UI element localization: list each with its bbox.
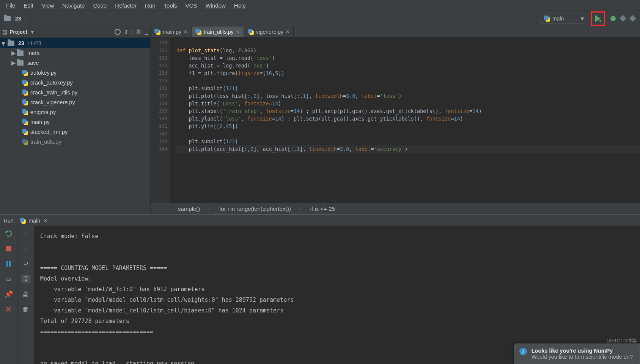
menu-tools[interactable]: Tools — [161, 2, 180, 9]
profile-icon[interactable] — [629, 15, 636, 22]
menu-navigate[interactable]: Navigate — [59, 2, 88, 9]
python-icon — [20, 218, 26, 224]
editor-area: main.py ✕ train_utils.py ✕ vigenere.py ✕… — [151, 26, 640, 214]
tab-vigenere[interactable]: vigenere.py ✕ — [244, 27, 294, 37]
python-icon — [154, 29, 160, 35]
menu-run[interactable]: Run — [142, 2, 159, 9]
rerun-button[interactable] — [5, 229, 13, 238]
python-icon — [22, 109, 28, 115]
run-button-highlight — [591, 11, 605, 26]
expand-icon[interactable]: ⇵ — [124, 29, 128, 35]
clear-button[interactable]: 🗑 — [22, 305, 30, 314]
python-icon — [22, 119, 28, 125]
python-icon — [22, 129, 28, 135]
python-icon — [22, 70, 28, 76]
python-icon — [195, 29, 201, 35]
structure-breadcrumb[interactable]: sample()〉 for i in range(len(ciphertext)… — [151, 203, 640, 214]
menu-window[interactable]: Window — [202, 2, 228, 9]
tree-file[interactable]: crack_train_utils.py — [0, 88, 150, 97]
close-run-button[interactable]: ✕ — [5, 305, 13, 314]
folder-icon — [4, 16, 11, 21]
layout-button[interactable]: ▭ — [5, 275, 13, 283]
tree-file[interactable]: train_utils.py — [0, 137, 150, 147]
play-icon[interactable] — [595, 15, 601, 22]
tree-file[interactable]: stacked_rnn.py — [0, 127, 150, 137]
breadcrumb-root[interactable]: 23 — [15, 16, 21, 22]
notification-popup[interactable]: i Looks like you're using NumPy Would yo… — [514, 344, 640, 364]
project-tool-window: ▤ Project ▼ ⇵ | ⎯ ▶ 23 H:\23 ▶ meta — [0, 26, 151, 214]
menu-help[interactable]: Help — [231, 2, 249, 9]
hide-icon[interactable]: ⎯ — [145, 29, 148, 35]
tree-file[interactable]: crack_vigenere.py — [0, 97, 150, 107]
run-with-coverage-icon[interactable] — [620, 15, 626, 22]
menu-vcs[interactable]: VCS — [182, 2, 200, 9]
tree-root[interactable]: ▶ 23 H:\23 — [0, 38, 150, 48]
navigation-bar: 23 〉 main ▼ — [0, 11, 640, 26]
print-button[interactable]: 🖶 — [22, 290, 30, 298]
run-config-name: main — [552, 16, 564, 22]
editor-tabs: main.py ✕ train_utils.py ✕ vigenere.py ✕ — [151, 26, 640, 38]
tab-main[interactable]: main.py ✕ — [151, 27, 192, 37]
pause-button[interactable] — [5, 260, 13, 268]
stop-button[interactable] — [5, 245, 13, 253]
tree-file[interactable]: enigma.py — [0, 107, 150, 117]
crumb[interactable]: for i in range(len(ciphertext)) — [219, 206, 291, 212]
notification-title: Looks like you're using NumPy — [531, 348, 633, 354]
folder-icon — [17, 60, 24, 66]
tree-file[interactable]: autokey.py — [0, 68, 150, 78]
run-header: Run: main ✕ — [0, 215, 640, 226]
chevron-down-icon: ▼ — [580, 16, 583, 22]
project-tree[interactable]: ▶ 23 H:\23 ▶ meta ▶ save autokey.py crac… — [0, 38, 150, 214]
python-icon — [22, 80, 28, 86]
python-icon — [248, 29, 254, 35]
project-tool-title: Project — [9, 29, 27, 35]
close-icon[interactable]: ✕ — [236, 29, 240, 35]
locate-icon[interactable] — [115, 29, 121, 35]
menu-refactor[interactable]: Refactor — [112, 2, 140, 9]
notification-body: Would you like to turn scientific mode o… — [531, 354, 633, 360]
run-controls-column: ▭ 📌 ✕ — [0, 226, 17, 364]
close-icon[interactable]: ✕ — [184, 29, 187, 35]
scroll-to-end-button[interactable]: ↧ — [22, 275, 30, 283]
run-config-selector[interactable]: main ▼ — [541, 14, 586, 24]
run-tool-window: Run: main ✕ ▭ 📌 ✕ ↑ ↓ ⤶ ↧ 🖶 🗑 Crack mode… — [0, 214, 640, 364]
python-icon — [22, 139, 28, 145]
menu-edit[interactable]: Edit — [20, 2, 36, 9]
folder-icon — [17, 50, 24, 56]
python-icon — [22, 89, 28, 96]
close-icon[interactable]: ✕ — [286, 29, 289, 35]
code-editor[interactable]: 130 131 132 133 134 135 136 137 138 139 … — [151, 38, 640, 203]
up-button[interactable]: ↑ — [22, 229, 30, 238]
tree-file[interactable]: main.py — [0, 117, 150, 127]
python-icon — [22, 99, 28, 105]
pin-button[interactable]: 📌 — [5, 290, 13, 298]
folder-icon — [8, 41, 14, 46]
tree-file[interactable]: crack_autokey.py — [0, 78, 150, 88]
run-title: Run: — [4, 218, 15, 224]
soft-wrap-button[interactable]: ⤶ — [22, 260, 30, 268]
menu-view[interactable]: View — [39, 2, 57, 9]
menu-code[interactable]: Code — [90, 2, 110, 9]
menu-file[interactable]: File — [3, 2, 18, 9]
tree-folder[interactable]: ▶ save — [0, 58, 150, 68]
python-icon — [544, 16, 550, 22]
gear-icon[interactable] — [136, 29, 142, 35]
info-icon: i — [519, 348, 527, 355]
gutter: 130 131 132 133 134 135 136 137 138 139 … — [151, 38, 170, 203]
close-icon[interactable]: ✕ — [43, 218, 48, 224]
debug-icon[interactable] — [610, 15, 616, 22]
run-tab-name[interactable]: main — [29, 218, 40, 224]
tab-train-utils[interactable]: train_utils.py ✕ — [192, 27, 244, 37]
crumb[interactable]: sample() — [178, 206, 200, 212]
console-controls-column: ↑ ↓ ⤶ ↧ 🖶 🗑 — [17, 226, 34, 364]
menu-bar: File Edit View Navigate Code Refactor Ru… — [0, 0, 640, 11]
code-area[interactable]: def plot_stats(log, FLAGS): loss_hist = … — [170, 38, 640, 203]
tree-folder[interactable]: ▶ meta — [0, 48, 150, 58]
crumb[interactable]: if ix <= 25 — [310, 206, 335, 212]
down-button[interactable]: ↓ — [22, 245, 30, 253]
